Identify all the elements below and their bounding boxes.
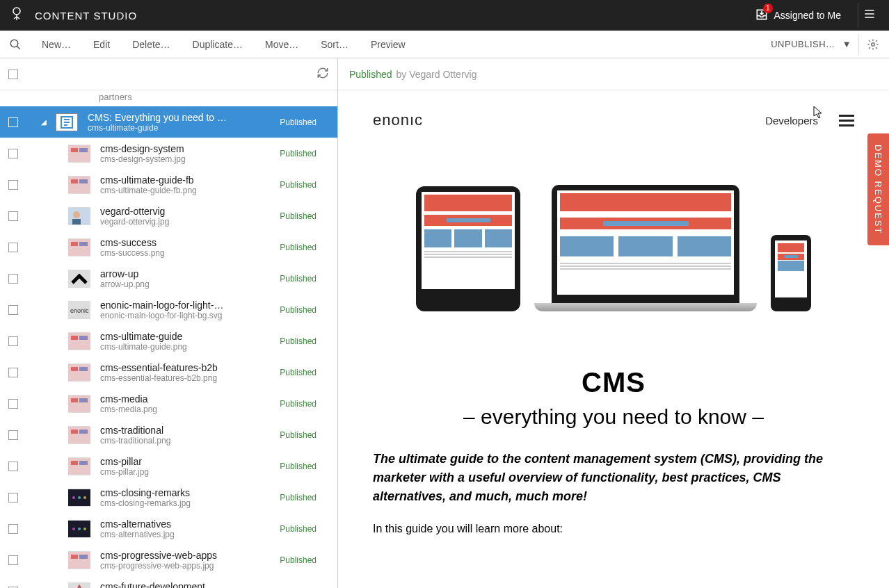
tree-row[interactable]: cms-mediacms-media.pngPublished (0, 388, 337, 419)
tree-row[interactable]: cms-closing-remarkscms-closing-remarks.j… (0, 482, 337, 513)
svg-rect-29 (68, 458, 90, 475)
preview-button[interactable]: Preview (360, 39, 417, 50)
tree-row[interactable]: cms-essential-features-b2bcms-essential-… (0, 357, 337, 388)
row-path: cms-essential-features-b2b.png (100, 373, 280, 383)
assigned-to-me-button[interactable]: 1 Assigned to Me (749, 3, 847, 28)
thumbnail-icon (68, 238, 90, 256)
row-path: cms-traditional.png (100, 436, 280, 446)
refresh-button[interactable] (317, 67, 329, 82)
tree-row[interactable]: cms-design-systemcms-design-system.jpgPu… (0, 138, 337, 169)
thumbnail-icon (68, 457, 90, 475)
chevron-down-icon: ▼ (842, 39, 851, 49)
row-checkbox[interactable] (8, 211, 18, 221)
row-title: cms-alternatives (100, 518, 280, 530)
thumbnail-icon (68, 489, 90, 507)
tree-row[interactable]: cms-successcms-success.pngPublished (0, 231, 337, 263)
tree-row[interactable]: enonicenonic-main-logo-for-light-…enonic… (0, 294, 337, 325)
main-menu-button[interactable] (858, 3, 881, 28)
inbox-icon: 1 (755, 8, 769, 24)
status-label: Published (349, 69, 392, 80)
row-checkbox[interactable] (8, 274, 18, 284)
thumbnail-icon (68, 145, 90, 163)
row-path: cms-pillar.jpg (100, 467, 280, 477)
edit-button[interactable]: Edit (82, 39, 121, 50)
preview-body[interactable]: enonıc Developers CMS – everything you n… (338, 90, 889, 588)
tree-row-selected[interactable]: ◢ CMS: Everything you need to … cms-ulti… (0, 106, 337, 138)
row-status: Published (280, 149, 337, 158)
row-status: Published (280, 462, 337, 471)
tree-list[interactable]: partners ◢ CMS: Everything you need to …… (0, 90, 337, 588)
svg-rect-4 (68, 145, 90, 162)
select-all-checkbox[interactable] (8, 70, 18, 79)
row-path: cms-alternatives.jpg (100, 530, 280, 539)
nav-developers-link[interactable]: Developers (765, 115, 818, 126)
row-path: cms-ultimate-guide (88, 123, 280, 133)
row-checkbox[interactable] (8, 399, 18, 409)
row-path: cms-ultimate-guide-fb.png (100, 186, 280, 195)
move-button[interactable]: Move… (254, 39, 310, 50)
delete-button[interactable]: Delete… (121, 39, 181, 50)
svg-rect-13 (68, 239, 90, 256)
tree-row[interactable]: cms-traditionalcms-traditional.pngPublis… (0, 419, 337, 450)
row-checkbox[interactable] (8, 336, 18, 346)
duplicate-button[interactable]: Duplicate… (182, 39, 254, 50)
svg-rect-6 (79, 148, 88, 152)
site-logo[interactable]: enonıc (373, 111, 423, 129)
row-status: Published (280, 399, 337, 409)
row-checkbox[interactable] (8, 368, 18, 377)
tree-row[interactable]: cms-pillarcms-pillar.jpgPublished (0, 450, 337, 482)
svg-rect-22 (79, 367, 88, 371)
search-button[interactable] (0, 38, 31, 51)
svg-rect-41 (71, 555, 78, 559)
row-checkbox[interactable] (8, 180, 18, 190)
row-title: cms-future-development (100, 581, 280, 589)
row-title: cms-design-system (100, 143, 280, 154)
tree-row[interactable]: arrow-uparrow-up.pngPublished (0, 263, 337, 294)
new-button[interactable]: New… (31, 39, 82, 50)
row-checkbox[interactable] (8, 524, 18, 534)
sort-button[interactable]: Sort… (310, 39, 360, 50)
row-title: cms-essential-features-b2b (100, 362, 280, 373)
svg-rect-20 (68, 364, 90, 381)
site-header: enonıc Developers (338, 90, 889, 143)
article-h1: CMS (373, 367, 854, 398)
svg-rect-9 (79, 179, 88, 183)
row-checkbox[interactable] (8, 430, 18, 440)
row-path: arrow-up.png (100, 279, 280, 289)
row-status: Published (280, 274, 337, 284)
svg-rect-17 (68, 333, 90, 350)
tree-row[interactable]: vegard-ottervigvegard-ottervig.jpgPublis… (0, 200, 337, 231)
row-checkbox[interactable] (8, 243, 18, 252)
row-title: CMS: Everything you need to … (88, 112, 280, 123)
row-checkbox[interactable] (8, 462, 18, 471)
tree-row[interactable]: cms-ultimate-guide-fbcms-ultimate-guide-… (0, 169, 337, 200)
row-checkbox[interactable] (8, 493, 18, 503)
preview-panel: Published by Vegard Ottervig enonıc Deve… (338, 58, 889, 588)
row-checkbox[interactable] (8, 117, 18, 127)
svg-rect-21 (71, 367, 78, 371)
collapse-icon[interactable]: ◢ (39, 118, 49, 126)
tree-row[interactable]: cms-ultimate-guidecms-ultimate-guide.png… (0, 325, 337, 357)
site-menu-button[interactable] (839, 115, 854, 126)
thumbnail-icon (68, 395, 90, 413)
tree-row[interactable]: cms-alternativescms-alternatives.jpgPubl… (0, 513, 337, 544)
row-checkbox[interactable] (8, 149, 18, 158)
thumbnail-icon (68, 551, 90, 569)
row-checkbox[interactable] (8, 305, 18, 315)
unpublish-dropdown[interactable]: UNPUBLISH… ▼ (764, 39, 858, 49)
svg-point-38 (78, 528, 81, 530)
row-path: cms-closing-remarks.jpg (100, 498, 280, 508)
hero-illustration (338, 143, 889, 339)
row-checkbox[interactable] (8, 555, 18, 565)
svg-rect-19 (79, 336, 88, 340)
svg-point-0 (13, 8, 20, 15)
demo-request-tab[interactable]: DEMO REQUEST (867, 133, 889, 245)
tree-row[interactable]: cms-progressive-web-appscms-progressive-… (0, 544, 337, 575)
row-path: cms-progressive-web-apps.jpg (100, 561, 280, 571)
tree-row-partial[interactable]: partners (0, 90, 337, 106)
row-status: Published (280, 368, 337, 377)
svg-point-33 (72, 496, 75, 499)
settings-button[interactable] (858, 34, 886, 55)
tree-row[interactable]: cms-future-developmentcms-future-develop… (0, 575, 337, 588)
row-path: cms-media.png (100, 405, 280, 414)
